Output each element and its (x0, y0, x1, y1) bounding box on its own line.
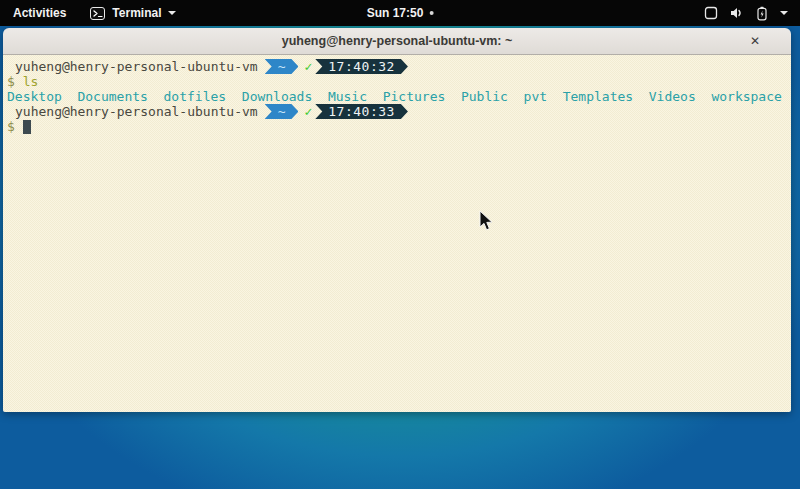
top-bar: Activities Terminal Sun 17:50 (0, 0, 800, 26)
terminal-app-icon (90, 7, 105, 20)
success-check-icon: ✓ (304, 59, 312, 74)
success-check-icon: ✓ (304, 104, 312, 119)
clock-button[interactable]: Sun 17:50 (357, 0, 444, 26)
prompt-cwd-segment: ~ (265, 59, 299, 74)
notification-dot-icon (429, 11, 433, 15)
close-icon[interactable]: ✕ (746, 32, 764, 50)
chevron-down-icon (168, 11, 176, 15)
activities-label: Activities (13, 6, 66, 20)
ls-output-line: Desktop Documents dotfiles Downloads Mus… (7, 89, 791, 104)
terminal-cursor (23, 120, 31, 134)
activities-button[interactable]: Activities (0, 0, 80, 26)
terminal-screen[interactable]: yuheng@henry-personal-ubuntu-vm ~ ✓ 17:4… (3, 55, 791, 412)
prompt-time-badge: 17:40:33 (315, 104, 408, 119)
prompt-time-badge: 17:40:32 (315, 59, 408, 74)
screen-icon (704, 6, 718, 20)
clock-label: Sun 17:50 (367, 6, 424, 20)
command-text: ls (23, 74, 39, 89)
mouse-cursor-icon (479, 210, 494, 232)
prompt-line-2: yuheng@henry-personal-ubuntu-vm ~ ✓ 17:4… (7, 104, 791, 119)
battery-charging-icon (755, 6, 769, 21)
command-line: $ ls (7, 74, 791, 89)
system-status-menu[interactable] (694, 0, 800, 26)
prompt-user-host: yuheng@henry-personal-ubuntu-vm (15, 59, 258, 74)
chevron-down-icon (780, 11, 788, 15)
prompt-symbol: $ (7, 74, 15, 89)
app-menu-button[interactable]: Terminal (80, 0, 186, 26)
window-titlebar[interactable]: yuheng@henry-personal-ubuntu-vm: ~ ✕ (3, 28, 791, 55)
window-title: yuheng@henry-personal-ubuntu-vm: ~ (282, 34, 513, 48)
app-menu-label: Terminal (112, 6, 161, 20)
prompt-symbol: $ (7, 119, 15, 134)
prompt-line-1: yuheng@henry-personal-ubuntu-vm ~ ✓ 17:4… (7, 59, 791, 74)
prompt-user-host: yuheng@henry-personal-ubuntu-vm (15, 104, 258, 119)
volume-icon (729, 6, 744, 20)
current-input-line: $ (7, 119, 791, 134)
terminal-window: yuheng@henry-personal-ubuntu-vm: ~ ✕ yuh… (3, 28, 791, 412)
prompt-cwd-segment: ~ (265, 104, 299, 119)
